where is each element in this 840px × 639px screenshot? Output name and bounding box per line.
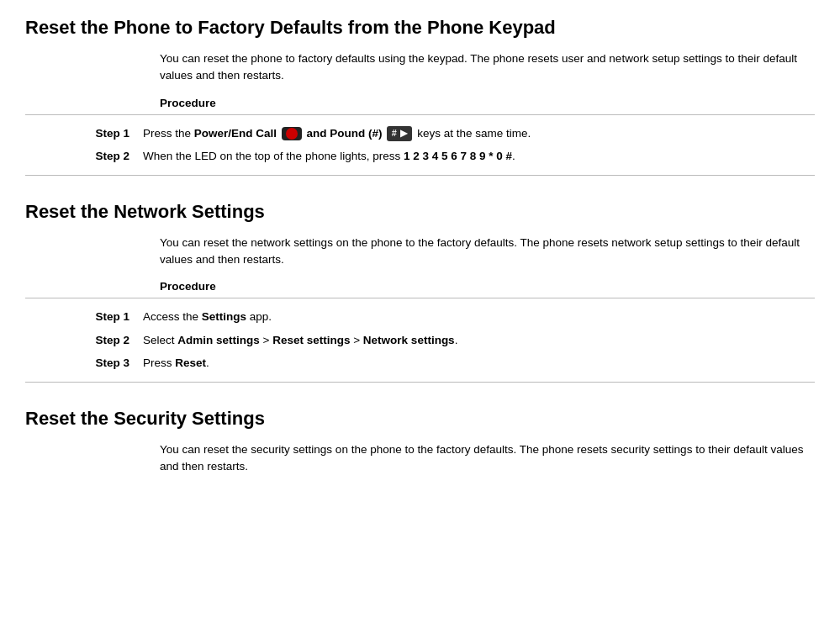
step-row: Step 3 Press Reset. — [25, 351, 815, 375]
step-row: Step 1 Access the Settings app. — [25, 305, 815, 329]
step-content: Select Admin settings > Reset settings >… — [143, 331, 815, 350]
bold-network-settings: Network settings — [363, 334, 455, 346]
section-network-settings-title: Reset the Network Settings — [25, 201, 815, 223]
section-network-settings: Reset the Network Settings You can reset… — [25, 201, 815, 383]
step-content: When the LED on the top of the phone lig… — [143, 147, 815, 166]
bold-keysequence: 1 2 3 4 5 6 7 8 9 * 0 # — [404, 150, 512, 162]
bold-settings-app: Settings — [202, 310, 246, 323]
steps-container-1: Step 1 Press the Power/End Call and Poun… — [25, 114, 815, 176]
bold-admin-settings: Admin settings — [177, 334, 260, 346]
bold-pound: Pound (#) — [330, 127, 382, 140]
pound-key-icon: # ▶ — [387, 126, 412, 141]
section-security-settings-title: Reset the Security Settings — [25, 408, 815, 430]
bold-power-end-call: Power/End Call — [194, 127, 277, 140]
page-content: Reset the Phone to Factory Defaults from… — [25, 17, 815, 475]
bold-reset-settings: Reset settings — [272, 334, 350, 346]
step-label: Step 1 — [25, 308, 143, 326]
step-row: Step 2 Select Admin settings > Reset set… — [25, 329, 815, 352]
pound-icon-text: # ▶ — [387, 126, 412, 141]
step-label: Step 2 — [25, 331, 143, 350]
step-row: Step 1 Press the Power/End Call and Poun… — [25, 122, 815, 145]
step-content: Access the Settings app. — [143, 308, 815, 326]
steps-container-2: Step 1 Access the Settings app. Step 2 S… — [25, 298, 815, 383]
bold-reset: Reset — [175, 356, 206, 369]
step-label: Step 3 — [25, 354, 143, 372]
step-content: Press Reset. — [143, 354, 815, 372]
section-factory-defaults: Reset the Phone to Factory Defaults from… — [25, 17, 815, 176]
step-content: Press the Power/End Call and Pound (#) #… — [143, 124, 815, 143]
section-network-settings-description: You can reset the network settings on th… — [160, 235, 815, 269]
procedure-label-2: Procedure — [160, 280, 815, 293]
section-factory-defaults-description: You can reset the phone to factory defau… — [160, 50, 815, 85]
text-and-pound: and — [307, 127, 330, 140]
procedure-label-1: Procedure — [160, 97, 815, 109]
step-label: Step 1 — [25, 124, 143, 143]
power-end-call-icon — [282, 127, 302, 140]
section-security-settings: Reset the Security Settings You can rese… — [25, 408, 815, 476]
section-security-settings-description: You can reset the security settings on t… — [160, 441, 815, 476]
step-label: Step 2 — [25, 147, 143, 166]
step-row: Step 2 When the LED on the top of the ph… — [25, 145, 815, 168]
section-factory-defaults-title: Reset the Phone to Factory Defaults from… — [25, 17, 815, 39]
